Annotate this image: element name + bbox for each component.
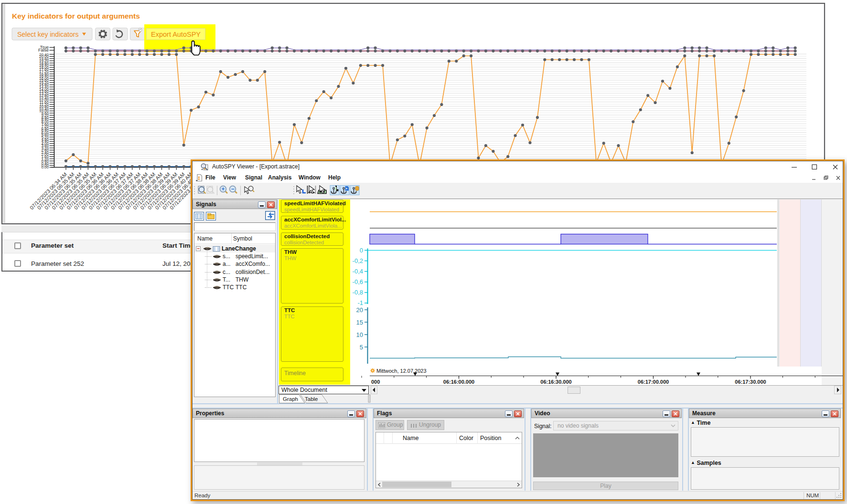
svg-text:Key indicators for output argu: Key indicators for output arguments [12, 12, 140, 20]
svg-text:Export AutoSPY: Export AutoSPY [151, 31, 201, 38]
svg-text:10: 10 [356, 331, 363, 338]
svg-text:06:16:00.000: 06:16:00.000 [443, 379, 474, 385]
svg-text:Graph: Graph [283, 396, 298, 402]
svg-text:Select key indicators: Select key indicators [17, 31, 78, 38]
svg-text:Mittwoch, 12.07.2023: Mittwoch, 12.07.2023 [376, 368, 427, 374]
svg-text:15: 15 [356, 319, 363, 326]
svg-text:-0,4: -0,4 [353, 268, 363, 275]
svg-text:06:16:30.000: 06:16:30.000 [540, 379, 571, 385]
svg-text:+: + [221, 186, 225, 192]
svg-text:Table: Table [305, 396, 318, 402]
svg-text:0: 0 [360, 247, 363, 254]
svg-text:20: 20 [356, 306, 363, 314]
svg-text:-0,6: -0,6 [353, 278, 363, 285]
svg-text:000: 000 [371, 379, 380, 385]
svg-text:5: 5 [360, 344, 363, 351]
svg-text:-0,8: -0,8 [353, 289, 363, 296]
svg-text:06:17:30.000: 06:17:30.000 [735, 379, 766, 385]
svg-text:-1: -1 [357, 299, 363, 306]
svg-text:0.00: 0.00 [41, 165, 49, 169]
svg-text:−: − [231, 186, 234, 192]
svg-text:-0,2: -0,2 [353, 257, 363, 264]
svg-text:06:17:00.000: 06:17:00.000 [638, 379, 669, 385]
